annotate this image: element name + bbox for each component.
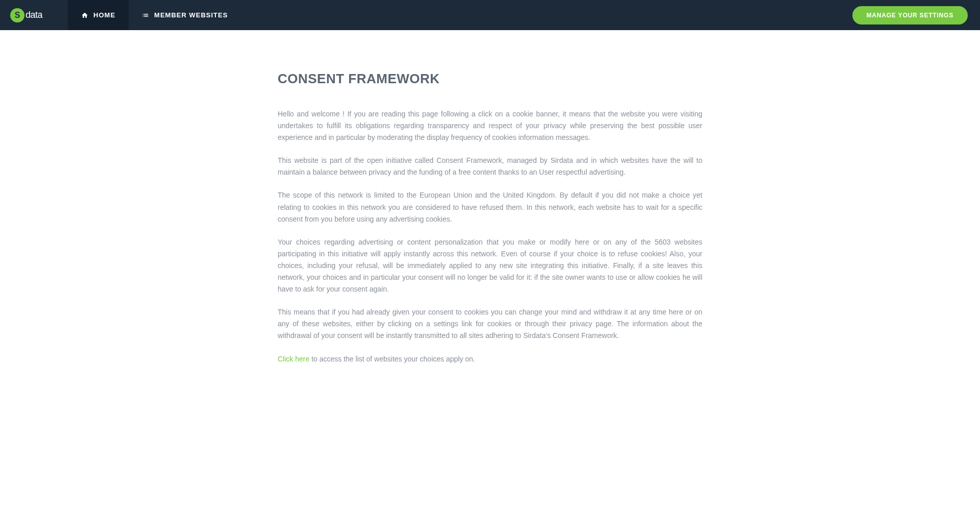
nav-member-websites[interactable]: MEMBER WEBSITES: [129, 0, 241, 30]
click-here-link[interactable]: Click here: [278, 355, 309, 363]
nav-home-label: HOME: [93, 11, 115, 19]
paragraph-link-rest: to access the list of websites your choi…: [309, 355, 475, 363]
logo-inner-letter: S: [15, 11, 20, 20]
content: CONSENT FRAMEWORK Hello and welcome ! If…: [278, 30, 702, 385]
paragraph-initiative: This website is part of the open initiat…: [278, 155, 702, 178]
paragraph-intro: Hello and welcome ! If you are reading t…: [278, 108, 702, 143]
nav: HOME MEMBER WEBSITES: [68, 0, 241, 30]
home-icon: [81, 12, 88, 19]
header: S data HOME MEMBER WEBSITES MANAGE YOUR …: [0, 0, 980, 30]
paragraph-scope: The scope of this network is limited to …: [278, 189, 702, 225]
list-icon: [142, 12, 149, 19]
paragraph-choices: Your choices regarding advertising or co…: [278, 236, 702, 295]
paragraph-withdraw: This means that if you had already given…: [278, 306, 702, 342]
nav-member-websites-label: MEMBER WEBSITES: [154, 11, 228, 19]
logo-icon: S: [10, 8, 24, 22]
manage-settings-button[interactable]: MANAGE YOUR SETTINGS: [852, 6, 968, 25]
paragraph-link: Click here to access the list of website…: [278, 353, 702, 365]
logo[interactable]: S data: [0, 0, 53, 30]
logo-text: data: [26, 10, 42, 20]
nav-home[interactable]: HOME: [68, 0, 129, 30]
page-title: CONSENT FRAMEWORK: [278, 71, 702, 87]
